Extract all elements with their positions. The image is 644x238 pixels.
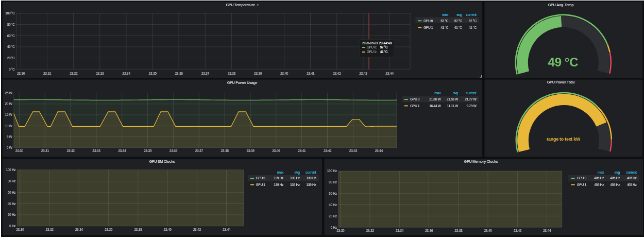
svg-text:GPU 1: GPU 1	[410, 104, 420, 108]
svg-text:GPU 0: GPU 0	[423, 19, 433, 23]
svg-text:current: current	[306, 171, 316, 174]
svg-text:current: current	[466, 13, 477, 16]
svg-text:57 °C: 57 °C	[440, 19, 448, 23]
svg-text:23:44: 23:44	[375, 149, 383, 152]
svg-text:10 W: 10 W	[5, 124, 12, 128]
svg-text:23:32: 23:32	[366, 229, 374, 232]
svg-text:20 Hz: 20 Hz	[7, 213, 16, 216]
svg-text:20 Hz: 20 Hz	[329, 214, 337, 218]
svg-text:23:35: 23:35	[148, 72, 157, 75]
svg-text:23:43: 23:43	[359, 72, 367, 75]
svg-text:139 Hz: 139 Hz	[290, 176, 300, 180]
svg-text:139 Hz: 139 Hz	[274, 183, 284, 186]
svg-text:25 W: 25 W	[5, 91, 12, 95]
svg-text:23:32: 23:32	[66, 149, 75, 152]
svg-text:60 °C: 60 °C	[7, 34, 14, 38]
svg-text:current: current	[466, 91, 477, 95]
svg-text:23:36: 23:36	[105, 228, 113, 231]
svg-text:20 W: 20 W	[5, 102, 12, 106]
svg-text:0 W: 0 W	[6, 146, 12, 149]
svg-text:23:42: 23:42	[193, 228, 201, 231]
svg-text:max: max	[442, 13, 448, 16]
svg-text:23:38: 23:38	[134, 228, 142, 231]
svg-text:23:32: 23:32	[45, 228, 54, 231]
svg-text:23:41: 23:41	[298, 149, 306, 152]
svg-text:23:44: 23:44	[543, 229, 551, 232]
svg-text:57 °C: 57 °C	[454, 19, 462, 23]
svg-text:GPU 0: GPU 0	[256, 176, 265, 180]
svg-text:405 Hz: 405 Hz	[594, 183, 604, 186]
svg-text:max: max	[434, 91, 441, 95]
svg-text:15 W: 15 W	[5, 113, 12, 116]
svg-text:23:40: 23:40	[280, 72, 288, 75]
svg-text:23:30: 23:30	[336, 229, 345, 232]
svg-text:80 °C: 80 °C	[7, 23, 14, 26]
svg-text:139 Hz: 139 Hz	[274, 176, 284, 180]
svg-text:23:33: 23:33	[96, 72, 104, 75]
svg-text:23:36: 23:36	[175, 72, 183, 75]
svg-text:23:39: 23:39	[246, 149, 255, 152]
svg-text:23:30: 23:30	[16, 228, 24, 231]
svg-text:GPU 1: GPU 1	[577, 183, 586, 186]
svg-text:23:30: 23:30	[16, 72, 25, 75]
svg-text:100 °C: 100 °C	[5, 11, 15, 15]
svg-text:21.77 W: 21.77 W	[465, 97, 477, 101]
svg-text:23:40: 23:40	[484, 229, 492, 232]
svg-text:GPU 0: GPU 0	[577, 176, 586, 180]
svg-text:23:32: 23:32	[70, 72, 78, 75]
svg-text:23:42: 23:42	[513, 229, 521, 232]
svg-text:23:34: 23:34	[118, 149, 126, 152]
svg-text:23:36: 23:36	[169, 149, 177, 152]
svg-text:23:34: 23:34	[395, 229, 403, 232]
svg-text:40 Hz: 40 Hz	[329, 203, 337, 207]
svg-text:23:30: 23:30	[15, 149, 23, 152]
svg-text:23:38: 23:38	[221, 149, 229, 152]
svg-text:23:34: 23:34	[122, 72, 130, 75]
svg-text:11.11 W: 11.11 W	[447, 104, 458, 108]
svg-text:23:35: 23:35	[144, 149, 152, 152]
svg-text:405 Hz: 405 Hz	[626, 183, 637, 186]
svg-text:23:40: 23:40	[272, 149, 280, 152]
svg-text:23:44: 23:44	[385, 72, 394, 75]
svg-text:405 Hz: 405 Hz	[610, 183, 620, 186]
svg-text:avg: avg	[614, 171, 620, 175]
svg-text:max: max	[277, 171, 283, 174]
svg-text:60 Hz: 60 Hz	[329, 192, 337, 195]
svg-text:40 °C: 40 °C	[7, 45, 14, 48]
svg-text:23:31: 23:31	[43, 72, 52, 75]
svg-text:5 W: 5 W	[6, 135, 12, 139]
svg-text:avg: avg	[294, 171, 300, 175]
svg-text:23:44: 23:44	[223, 228, 231, 231]
svg-text:GPU 0: GPU 0	[410, 97, 420, 101]
svg-text:23:40: 23:40	[163, 228, 172, 231]
svg-text:405 Hz: 405 Hz	[594, 176, 604, 180]
svg-text:23:38: 23:38	[227, 72, 235, 75]
svg-text:23:36: 23:36	[425, 229, 433, 232]
svg-text:40 Hz: 40 Hz	[7, 202, 16, 206]
svg-text:23:31: 23:31	[41, 149, 49, 152]
svg-text:GPU 1: GPU 1	[423, 26, 433, 29]
svg-text:23:42: 23:42	[323, 149, 331, 152]
svg-text:max: max	[597, 171, 604, 174]
svg-text:139 Hz: 139 Hz	[290, 183, 300, 186]
svg-text:23:37: 23:37	[201, 72, 209, 75]
svg-text:0 Hz: 0 Hz	[9, 224, 16, 228]
svg-text:100 Hz: 100 Hz	[327, 169, 337, 173]
svg-text:9.79 W: 9.79 W	[466, 104, 477, 108]
svg-text:100 Hz: 100 Hz	[6, 168, 16, 172]
svg-text:21.68 W: 21.68 W	[446, 97, 458, 101]
svg-text:23:34: 23:34	[75, 228, 83, 231]
svg-text:80 Hz: 80 Hz	[7, 179, 16, 183]
svg-text:20 °C: 20 °C	[7, 56, 14, 60]
svg-text:60 Hz: 60 Hz	[7, 191, 16, 194]
svg-text:139 Hz: 139 Hz	[306, 176, 316, 180]
svg-text:0 °C: 0 °C	[9, 67, 15, 71]
svg-text:23:33: 23:33	[92, 149, 100, 152]
svg-text:GPU 1: GPU 1	[256, 183, 265, 186]
svg-text:23:39: 23:39	[253, 72, 262, 75]
svg-text:23:38: 23:38	[454, 229, 463, 232]
svg-text:current: current	[626, 171, 637, 174]
svg-text:23:37: 23:37	[195, 149, 203, 152]
svg-text:41 °C: 41 °C	[440, 26, 448, 29]
svg-text:avg: avg	[456, 13, 462, 17]
